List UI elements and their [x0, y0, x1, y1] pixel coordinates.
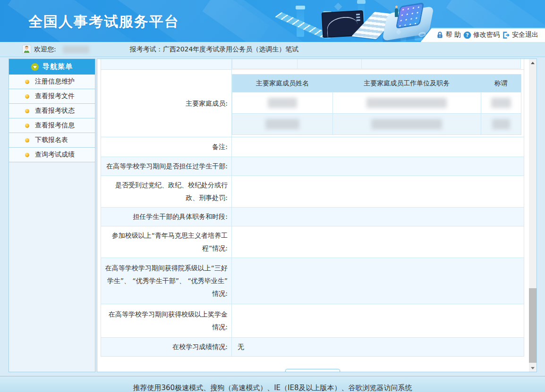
form-row-scholarship: 在高等学校学习期间获得校级以上奖学金情况: [101, 304, 524, 337]
nav-list: 注册信息维护 查看报考文件 查看报考状态 查看报考信息 下载报名表 [9, 75, 95, 162]
form-row-cadre-position-period: 担任学生干部的具体职务和时段: [101, 207, 524, 226]
scrollbar-thumb[interactable] [529, 288, 536, 363]
welcome-bar: 欢迎您: 报考考试：广西2024年度考试录用公务员（选调生）笔试 [0, 42, 545, 57]
page-footer: 推荐使用360极速模式、搜狗（高速模式）、IE（IE8及以上版本）、谷歌浏览器访… [0, 376, 545, 392]
greeting-label: 欢迎您: [34, 45, 56, 54]
redacted-value [371, 119, 442, 129]
form-row-value [232, 137, 524, 157]
bullet-icon [25, 124, 29, 128]
family-members-table: 主要家庭成员姓名 主要家庭成员工作单位及职务 称谓 [232, 74, 521, 135]
redacted-value [366, 98, 447, 108]
scroll-up-button[interactable] [529, 59, 536, 67]
confirm-registration-button[interactable]: 报名信息确认 [285, 369, 340, 372]
col-header-member-workunit: 主要家庭成员工作单位及职务 [332, 75, 481, 92]
redacted-username [63, 46, 89, 53]
scroll-content: 主要家庭成员: 主要家庭成员姓名 主要家庭成员工作单位及职务 称谓 [101, 59, 524, 372]
exam-info-label: 报考考试：广西2024年度考试录用公务员（选调生）笔试 [130, 45, 299, 54]
family-table-header-row: 主要家庭成员姓名 主要家庭成员工作单位及职务 称谓 [232, 75, 521, 92]
lock-icon [436, 31, 444, 39]
col-header-relation: 称谓 [481, 75, 521, 92]
help-link[interactable]: 帮 助 [436, 31, 461, 39]
form-row-remark: 备注: [101, 137, 524, 157]
redacted-value [491, 98, 511, 108]
logout-link[interactable]: 安全退出 [502, 31, 538, 39]
scroll-down-button[interactable] [529, 364, 536, 372]
registration-info-form: 主要家庭成员: 主要家庭成员姓名 主要家庭成员工作单位及职务 称谓 [101, 59, 524, 357]
triangle-up-icon [531, 62, 535, 64]
question-icon: ? [463, 31, 471, 39]
form-row-label: 在校学习成绩情况: [101, 338, 232, 356]
user-avatar-icon [22, 45, 31, 54]
form-row-value [232, 208, 524, 226]
main-panel: 主要家庭成员: 主要家庭成员姓名 主要家庭成员工作单位及职务 称谓 [97, 58, 537, 372]
form-row-label: 在高等学校学习期间获得校级以上奖学金情况: [101, 304, 232, 337]
sidebar: 导航菜单 注册信息维护 查看报考文件 查看报考状态 查看报考信息 [9, 58, 95, 372]
form-row-label: 在高等学校学习期间是否担任过学生干部: [101, 157, 232, 175]
form-row-value [232, 304, 524, 337]
sidebar-item-register-info[interactable]: 注册信息维护 [9, 75, 95, 89]
bullet-icon [25, 138, 29, 142]
bullet-icon [25, 94, 29, 99]
form-row-label: 参加校级以上“青年马克思主义者培养工程”情况: [101, 226, 232, 258]
form-row-value [232, 258, 524, 304]
nav-menu-header[interactable]: 导航菜单 [9, 59, 95, 75]
sidebar-item-download-form[interactable]: 下载报名表 [9, 133, 95, 148]
button-bar: 报名信息确认 [101, 369, 524, 372]
form-row-value [232, 176, 524, 207]
logout-icon [502, 31, 510, 39]
form-row-honors: 在高等学校学习期间获得院系级以上“三好学生”、 “优秀学生干部”、 “优秀毕业生… [101, 258, 524, 304]
form-row-label: 担任学生干部的具体职务和时段: [101, 208, 232, 226]
form-row-student-cadre: 在高等学校学习期间是否担任过学生干部: [101, 157, 524, 175]
bullet-icon [25, 80, 29, 84]
form-row-label: 在高等学校学习期间获得院系级以上“三好学生”、 “优秀学生干部”、 “优秀毕业生… [101, 258, 232, 304]
header-illustration [279, 0, 434, 42]
table-row [232, 114, 521, 135]
form-row-value: 无 [232, 338, 524, 356]
form-row-value [232, 226, 524, 258]
app-header: 全国人事考试服务平台 帮 助 ? 修改密码 安全退出 [0, 0, 545, 42]
sidebar-item-query-scores[interactable]: 查询考试成绩 [9, 148, 95, 162]
svg-text:?: ? [466, 32, 468, 38]
triangle-down-icon [531, 367, 535, 369]
browser-recommendation: 推荐使用360极速模式、搜狗（高速模式）、IE（IE8及以上版本）、谷歌浏览器访… [0, 384, 545, 392]
quick-links-bar: 帮 助 ? 修改密码 安全退出 [421, 28, 545, 42]
form-row-academic-performance: 在校学习成绩情况: 无 [101, 337, 524, 356]
form-row-label: 主要家庭成员: [101, 70, 232, 137]
form-row-label: 是否受到过党纪、政纪、校纪处分或行政、刑事处罚: [101, 176, 232, 207]
form-row-family-members: 主要家庭成员: 主要家庭成员姓名 主要家庭成员工作单位及职务 称谓 [101, 69, 524, 137]
sidebar-item-view-exam-files[interactable]: 查看报考文件 [9, 89, 95, 104]
col-header-member-name: 主要家庭成员姓名 [232, 75, 333, 92]
person-figure [395, 8, 398, 17]
page-title: 全国人事考试服务平台 [28, 12, 179, 32]
sidebar-item-view-exam-info[interactable]: 查看报考信息 [9, 118, 95, 133]
chevron-down-icon [31, 63, 39, 71]
clipped-inner-table [232, 59, 521, 69]
table-row [232, 92, 521, 114]
bullet-icon [25, 109, 29, 113]
redacted-value [492, 119, 510, 129]
bullet-icon [25, 153, 29, 157]
change-password-link[interactable]: ? 修改密码 [463, 31, 500, 39]
redacted-value [268, 98, 297, 108]
sidebar-item-view-exam-status[interactable]: 查看报考状态 [9, 104, 95, 118]
vertical-scrollbar[interactable] [529, 59, 536, 372]
page: 全国人事考试服务平台 帮 助 ? 修改密码 安全退出 [0, 0, 545, 392]
redacted-value [265, 119, 299, 129]
form-row-label: 备注: [101, 137, 232, 157]
form-row-marxist-program: 参加校级以上“青年马克思主义者培养工程”情况: [101, 226, 524, 258]
form-row-value [232, 157, 524, 175]
clipped-table-row [101, 59, 524, 69]
floating-cube [334, 3, 342, 11]
main-layout: 导航菜单 注册信息维护 查看报考文件 查看报考状态 查看报考信息 [9, 58, 537, 372]
form-row-discipline-punishment: 是否受到过党纪、政纪、校纪处分或行政、刑事处罚: [101, 175, 524, 207]
